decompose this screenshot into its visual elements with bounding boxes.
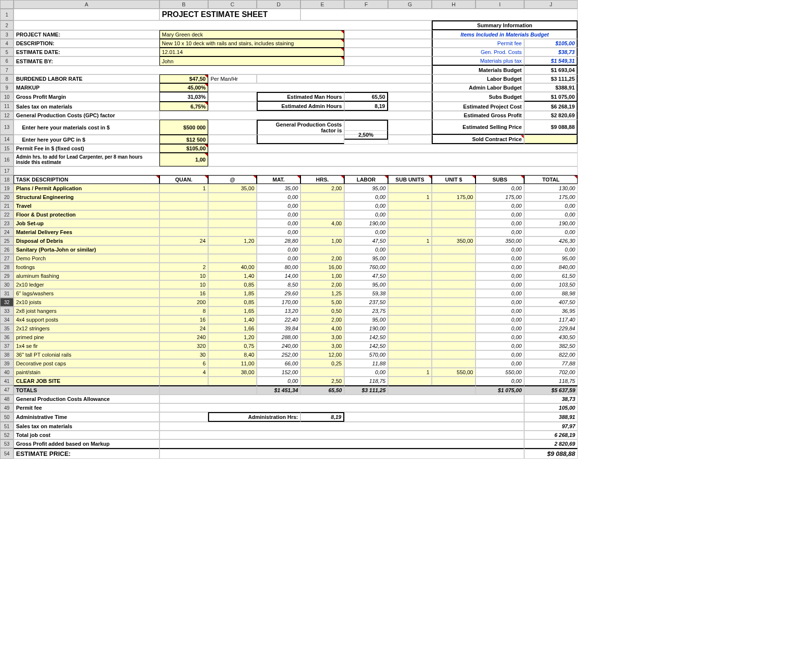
cell[interactable] [300,9,578,20]
row-header[interactable]: 1 [0,9,14,20]
row-header[interactable]: 52 [0,431,14,439]
unitcost[interactable] [432,298,476,307]
hrs[interactable] [300,368,344,377]
row-header[interactable]: 50 [0,412,14,422]
quan[interactable] [159,254,208,263]
quan[interactable]: 24 [159,236,208,245]
cell[interactable] [159,111,432,120]
unitcost[interactable] [432,359,476,368]
subunits[interactable]: 1 [388,236,432,245]
cell[interactable] [159,448,524,459]
markup-input[interactable]: 45,00% [159,83,208,92]
row-header[interactable]: 25 [0,236,14,245]
quan[interactable]: 24 [159,324,208,333]
row-header[interactable]: 2 [0,20,14,30]
row-header[interactable]: 48 [0,395,14,403]
cell[interactable] [208,153,578,166]
unitcost[interactable] [432,210,476,219]
task-desc[interactable]: 2x12 stringers [14,324,159,333]
row-header[interactable]: 23 [0,219,14,228]
cell[interactable] [208,92,257,102]
row-header[interactable]: 26 [0,245,14,254]
at[interactable]: 1,20 [208,333,257,342]
row-header[interactable]: 51 [0,422,14,431]
task-desc[interactable]: 2x8 joist hangers [14,307,159,315]
row-header[interactable]: 41 [0,377,14,385]
at[interactable]: 38,00 [208,368,257,377]
row-header[interactable]: 36 [0,333,14,342]
tax-input[interactable]: 6,75% [159,102,208,111]
col-header[interactable]: B [159,0,208,9]
hrs[interactable]: 12,00 [300,350,344,359]
subunits[interactable] [388,324,432,333]
unitcost[interactable] [432,350,476,359]
unitcost[interactable] [432,324,476,333]
row-header[interactable]: 28 [0,263,14,272]
cell[interactable] [159,422,524,431]
hrs[interactable]: 5,00 [300,298,344,307]
hrs[interactable]: 2,00 [300,280,344,289]
row-header[interactable]: 27 [0,254,14,263]
subunits[interactable] [388,210,432,219]
subunits[interactable] [388,342,432,350]
task-desc[interactable]: Plans / Permit Application [14,184,159,193]
at[interactable]: 1,20 [208,236,257,245]
unitcost[interactable] [432,377,476,385]
col-header[interactable]: I [476,0,524,9]
subunits[interactable] [388,184,432,193]
hrs[interactable]: 4,00 [300,219,344,228]
row-header[interactable]: 30 [0,280,14,289]
hrs[interactable]: 4,00 [300,324,344,333]
col-header[interactable]: C [208,0,257,9]
at[interactable] [208,219,257,228]
quan[interactable] [159,219,208,228]
subunits[interactable] [388,219,432,228]
task-desc[interactable]: Sanitary (Porta-John or similar) [14,245,159,254]
at[interactable] [208,210,257,219]
cell[interactable] [344,48,432,56]
at[interactable] [208,377,257,385]
row-header[interactable]: 13 [0,120,14,135]
cell[interactable] [14,9,159,20]
cell[interactable] [208,83,432,92]
labor-rate-input[interactable]: $47,50 [159,74,208,83]
row-header[interactable]: 35 [0,324,14,333]
cell[interactable] [159,439,524,448]
row-header[interactable]: 20 [0,193,14,201]
hrs[interactable]: 1,00 [300,236,344,245]
unitcost[interactable]: 550,00 [432,368,476,377]
at[interactable]: 1,40 [208,272,257,280]
cell[interactable] [14,66,432,74]
cell[interactable] [388,102,432,111]
at[interactable] [208,193,257,201]
unitcost[interactable]: 350,00 [432,236,476,245]
cell[interactable] [388,92,432,102]
hrs[interactable]: 1,25 [300,289,344,298]
task-desc[interactable]: Demo Porch [14,254,159,263]
at[interactable]: 1,66 [208,324,257,333]
hrs[interactable]: 3,00 [300,342,344,350]
unitcost[interactable] [432,254,476,263]
subunits[interactable] [388,263,432,272]
col-header[interactable]: D [257,0,300,9]
subunits[interactable] [388,201,432,210]
col-header[interactable]: F [344,0,388,9]
row-header[interactable]: 24 [0,228,14,236]
subunits[interactable] [388,350,432,359]
row-header[interactable]: 18 [0,175,14,184]
hrs[interactable]: 2,00 [300,254,344,263]
cell[interactable] [208,102,257,111]
unitcost[interactable] [432,280,476,289]
subunits[interactable] [388,228,432,236]
by-input[interactable]: John [159,56,344,66]
at[interactable] [208,228,257,236]
task-desc[interactable]: paint/stain [14,368,159,377]
cell[interactable] [388,385,476,395]
row-header[interactable]: 40 [0,368,14,377]
task-desc[interactable]: 1x4 se fir [14,342,159,350]
permit-input[interactable]: $105,00 [159,144,208,153]
quan[interactable] [159,377,208,385]
hrs[interactable]: 2,00 [300,184,344,193]
subunits[interactable] [388,307,432,315]
cell[interactable] [159,395,524,403]
